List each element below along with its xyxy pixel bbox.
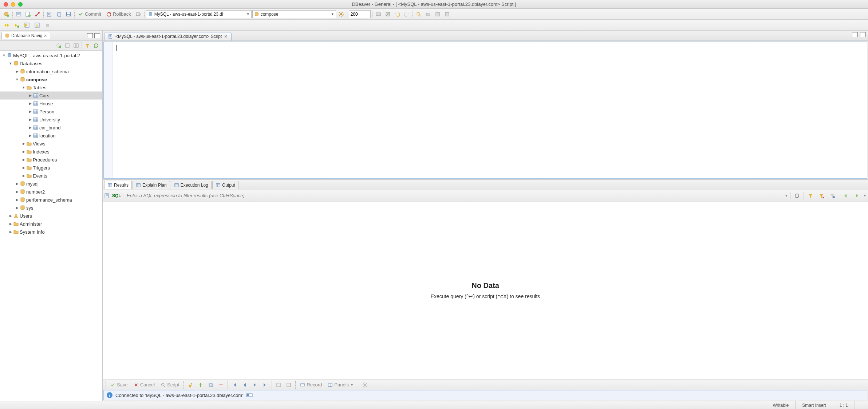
expand-closed-icon[interactable]: ▶ bbox=[21, 166, 26, 170]
tool-icon-1[interactable] bbox=[374, 10, 383, 19]
expand-closed-icon[interactable]: ▶ bbox=[8, 222, 13, 226]
apply-filter-icon[interactable] bbox=[793, 191, 801, 200]
expand-closed-icon[interactable]: ▶ bbox=[15, 70, 20, 73]
result-limit-input[interactable] bbox=[349, 10, 371, 18]
commit-button[interactable]: Commit bbox=[76, 10, 103, 19]
database-node-information_schema[interactable]: ▶information_schema bbox=[0, 67, 102, 75]
expand-closed-icon[interactable]: ▶ bbox=[15, 190, 20, 194]
database-node-compose[interactable]: ▼compose bbox=[0, 75, 102, 83]
history-forward-icon[interactable] bbox=[852, 191, 861, 200]
table-node-car_brand[interactable]: ▶car_brand bbox=[0, 124, 102, 132]
panels-button[interactable]: Panels▼ bbox=[326, 381, 356, 389]
prev-page-icon[interactable] bbox=[240, 381, 249, 389]
redo-icon[interactable] bbox=[402, 10, 411, 19]
disconnect-icon[interactable] bbox=[33, 10, 42, 19]
filter-tree-icon[interactable] bbox=[83, 42, 91, 50]
expand-closed-icon[interactable]: ▶ bbox=[21, 174, 26, 178]
import-icon[interactable] bbox=[284, 381, 293, 389]
refresh-tree-icon[interactable] bbox=[92, 42, 100, 50]
filter-settings-icon[interactable] bbox=[828, 191, 837, 200]
expand-open-icon[interactable]: ▼ bbox=[8, 62, 13, 65]
result-tab-execution-log[interactable]: Execution Log bbox=[171, 181, 212, 189]
expand-closed-icon[interactable]: ▶ bbox=[21, 158, 26, 161]
database-selector[interactable]: compose ▼ bbox=[252, 10, 336, 18]
editor-tab[interactable]: <MySQL - aws-us-east-1-portal.23.dblayer… bbox=[104, 32, 232, 40]
database-navigator-tab[interactable]: Database Navig ✕ bbox=[1, 32, 50, 39]
expand-open-icon[interactable]: ▼ bbox=[15, 78, 20, 81]
sql-editor-icon[interactable] bbox=[14, 10, 23, 19]
add-row-icon[interactable] bbox=[196, 381, 205, 389]
table-node-University[interactable]: ▶University bbox=[0, 116, 102, 124]
new-connection-icon[interactable]: + bbox=[2, 10, 11, 19]
expand-closed-icon[interactable]: ▶ bbox=[8, 230, 13, 234]
custom-filter-icon[interactable] bbox=[806, 191, 815, 200]
history-dropdown-icon[interactable]: ▼ bbox=[785, 194, 788, 198]
folder-node-Procedures[interactable]: ▶Procedures bbox=[0, 156, 102, 164]
expand-closed-icon[interactable]: ▶ bbox=[15, 198, 20, 202]
folder-node-Indexes[interactable]: ▶Indexes bbox=[0, 148, 102, 156]
execute-icon[interactable] bbox=[2, 21, 11, 30]
maximize-view-icon[interactable] bbox=[94, 33, 100, 38]
cancel-button[interactable]: Cancel bbox=[131, 381, 157, 389]
table-node-Person[interactable]: ▶Person bbox=[0, 108, 102, 116]
expand-closed-icon[interactable]: ▶ bbox=[28, 94, 33, 97]
record-mode-button[interactable]: Record bbox=[298, 381, 324, 389]
execute-plan-icon[interactable] bbox=[23, 21, 31, 30]
close-icon[interactable]: ✕ bbox=[44, 34, 47, 38]
script-button[interactable]: Script bbox=[158, 381, 181, 389]
remove-filter-icon[interactable] bbox=[817, 191, 826, 200]
connection-selector[interactable]: MySQL - aws-us-east-1-portal.23.dl ▼ bbox=[146, 10, 252, 18]
result-tab-output[interactable]: Output bbox=[212, 181, 238, 189]
zoom-window-button[interactable] bbox=[18, 2, 23, 7]
expand-open-icon[interactable]: ▼ bbox=[1, 54, 7, 57]
collapse-all-icon[interactable] bbox=[63, 42, 71, 50]
tool-icon-4[interactable] bbox=[433, 10, 442, 19]
table-node-location[interactable]: ▶location bbox=[0, 132, 102, 140]
config-gear-icon[interactable] bbox=[360, 381, 369, 389]
table-node-House[interactable]: ▶House bbox=[0, 100, 102, 108]
database-node-sys[interactable]: ▶sys bbox=[0, 204, 102, 212]
root-folder-Administer[interactable]: ▶Administer bbox=[0, 220, 102, 228]
database-tree[interactable]: ▼MySQL - aws-us-east-1-portal.2▼Database… bbox=[0, 50, 102, 401]
expand-closed-icon[interactable]: ▶ bbox=[15, 182, 20, 186]
filter-input[interactable] bbox=[127, 193, 782, 198]
save-sql-icon[interactable] bbox=[64, 10, 73, 19]
tool-icon-5[interactable] bbox=[443, 10, 451, 19]
expand-open-icon[interactable]: ▼ bbox=[21, 86, 26, 89]
folder-node-Views[interactable]: ▶Views bbox=[0, 140, 102, 148]
tool-icon-3[interactable] bbox=[424, 10, 433, 19]
expand-closed-icon[interactable]: ▶ bbox=[8, 214, 13, 218]
expand-closed-icon[interactable]: ▶ bbox=[15, 206, 20, 210]
expand-closed-icon[interactable]: ▶ bbox=[21, 150, 26, 153]
minimize-window-button[interactable] bbox=[11, 2, 15, 7]
expand-closed-icon[interactable]: ▶ bbox=[21, 142, 26, 145]
database-node-mysql[interactable]: ▶mysql bbox=[0, 180, 102, 188]
open-sql-icon[interactable] bbox=[45, 10, 54, 19]
expand-closed-icon[interactable]: ▶ bbox=[28, 126, 33, 129]
close-window-button[interactable] bbox=[4, 2, 8, 7]
next-page-icon[interactable] bbox=[250, 381, 259, 389]
result-tab-results[interactable]: Results bbox=[104, 181, 132, 189]
folder-node-Triggers[interactable]: ▶Triggers bbox=[0, 164, 102, 172]
result-tab-explain-plan[interactable]: Explain Plan bbox=[133, 181, 170, 189]
stop-icon[interactable] bbox=[43, 21, 52, 30]
link-editor-icon[interactable] bbox=[55, 42, 63, 50]
folder-node-Events[interactable]: ▶Events bbox=[0, 172, 102, 180]
transaction-mode-icon[interactable] bbox=[134, 10, 143, 19]
execute-script-icon[interactable] bbox=[12, 21, 21, 30]
databases-node[interactable]: ▼Databases bbox=[0, 59, 102, 67]
config-columns-icon[interactable] bbox=[72, 42, 80, 50]
recent-sql-icon[interactable] bbox=[55, 10, 63, 19]
search-icon[interactable] bbox=[414, 10, 423, 19]
gear-icon[interactable] bbox=[337, 10, 346, 19]
minimize-editor-icon[interactable] bbox=[852, 32, 858, 37]
delete-row-icon[interactable] bbox=[217, 381, 225, 389]
history-menu-icon[interactable]: ▼ bbox=[863, 194, 867, 198]
tables-folder[interactable]: ▼Tables bbox=[0, 83, 102, 91]
expand-closed-icon[interactable]: ▶ bbox=[28, 110, 33, 113]
sql-editor[interactable] bbox=[103, 42, 867, 179]
history-back-icon[interactable] bbox=[841, 191, 850, 200]
rollback-button[interactable]: Rollback bbox=[104, 10, 133, 19]
root-folder-System Info[interactable]: ▶System Info bbox=[0, 228, 102, 236]
table-node-Cars[interactable]: ▶Cars bbox=[0, 91, 102, 100]
